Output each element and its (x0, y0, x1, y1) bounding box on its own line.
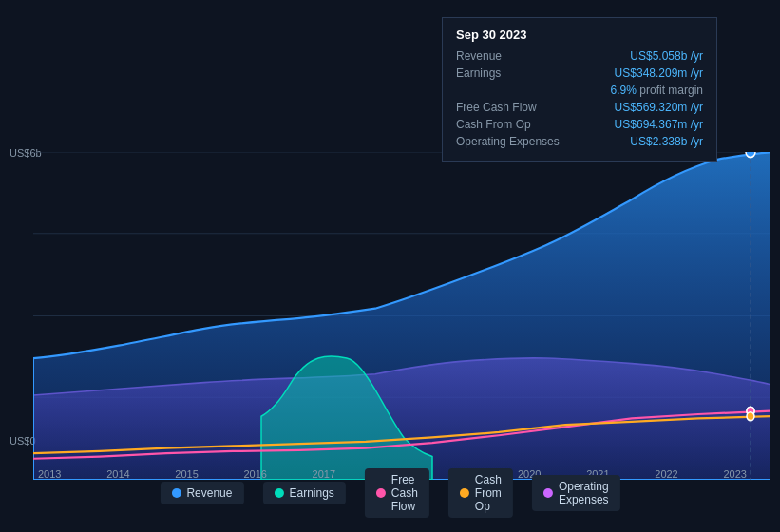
legend-item-earnings[interactable]: Earnings (262, 482, 345, 504)
legend-label-fcf: Free Cash Flow (391, 473, 418, 513)
svg-point-9 (747, 412, 754, 421)
legend-label-cfo: Cash From Op (475, 473, 502, 513)
legend-dot-earnings (274, 488, 283, 498)
chart-svg (33, 152, 770, 480)
tooltip-profit-row: 6.9% profit margin (456, 84, 703, 97)
tooltip-label-revenue: Revenue (456, 49, 502, 63)
legend-dot-fcf (376, 488, 386, 498)
legend-item-opex[interactable]: Operating Expenses (532, 475, 620, 511)
x-label-2014: 2014 (106, 468, 129, 480)
y-axis-bottom-label: US$0 (10, 435, 36, 446)
tooltip-profit-label: profit margin (639, 84, 703, 97)
chart-area (33, 152, 770, 480)
tooltip-row-opex: Operating Expenses US$2.338b /yr (456, 135, 703, 148)
tooltip-date: Sep 30 2023 (456, 28, 703, 42)
tooltip-label-cfo: Cash From Op (456, 118, 531, 131)
tooltip-row-earnings: Earnings US$348.209m /yr (456, 66, 703, 80)
svg-point-6 (746, 152, 755, 158)
tooltip-value-fcf: US$569.320m /yr (615, 101, 703, 114)
chart-container: Sep 30 2023 Revenue US$5.058b /yr Earnin… (0, 0, 780, 532)
legend-item-revenue[interactable]: Revenue (160, 482, 243, 504)
tooltip-value-earnings: US$348.209m /yr (615, 66, 703, 80)
tooltip-value-revenue: US$5.058b /yr (630, 49, 703, 63)
tooltip-value-cfo: US$694.367m /yr (615, 118, 703, 131)
tooltip-label-earnings: Earnings (456, 66, 501, 80)
legend-label-opex: Operating Expenses (559, 480, 609, 506)
legend: Revenue Earnings Free Cash Flow Cash Fro… (160, 468, 619, 518)
x-label-2022: 2022 (655, 468, 677, 480)
tooltip-value-opex: US$2.338b /yr (630, 135, 703, 148)
x-label-2023: 2023 (723, 468, 746, 480)
legend-item-cfo[interactable]: Cash From Op (448, 468, 513, 518)
x-label-2013: 2013 (38, 468, 61, 480)
legend-item-fcf[interactable]: Free Cash Flow (365, 468, 429, 518)
legend-label-earnings: Earnings (289, 486, 333, 500)
tooltip-row-cfo: Cash From Op US$694.367m /yr (456, 118, 703, 131)
tooltip-row-revenue: Revenue US$5.058b /yr (456, 49, 703, 63)
legend-dot-cfo (460, 488, 469, 498)
tooltip-profit-value: 6.9% (611, 84, 640, 97)
tooltip-row-fcf: Free Cash Flow US$569.320m /yr (456, 101, 703, 114)
tooltip-label-opex: Operating Expenses (456, 135, 560, 148)
legend-label-revenue: Revenue (186, 486, 232, 500)
tooltip-label-fcf: Free Cash Flow (456, 101, 537, 114)
legend-dot-opex (543, 488, 553, 498)
tooltip: Sep 30 2023 Revenue US$5.058b /yr Earnin… (442, 17, 717, 162)
legend-dot-revenue (171, 488, 181, 498)
